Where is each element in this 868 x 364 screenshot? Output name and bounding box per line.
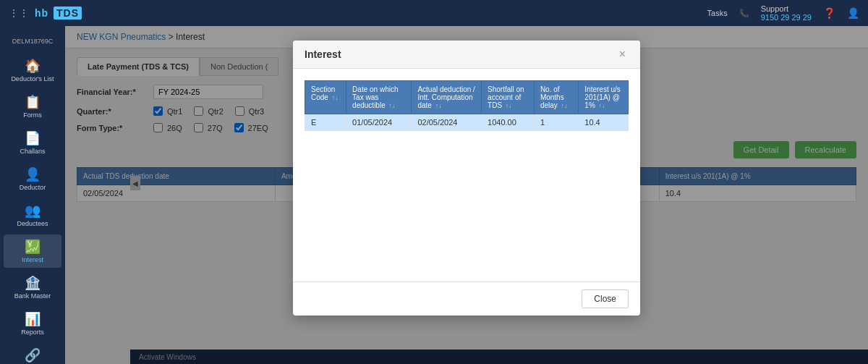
sort-icon: ↑↓ [388, 102, 395, 109]
challans-icon: 📄 [25, 130, 41, 146]
sidebar-item-traces[interactable]: 🔗 TRACES Links [4, 343, 61, 364]
support-label: Support 9150 29 29 29 [761, 4, 812, 22]
bank-icon: 🏦 [25, 275, 41, 291]
traces-icon: 🔗 [25, 347, 41, 363]
sidebar-label: Bank Master [14, 292, 51, 300]
modal-title: Interest [305, 48, 341, 60]
sidebar-label: Challans [20, 148, 45, 155]
sidebar-label: Forms [23, 111, 42, 119]
interest-modal: Interest × Section Code ↑↓ [293, 41, 640, 316]
modal-close-btn[interactable]: Close [582, 289, 629, 308]
sidebar-item-bank-master[interactable]: 🏦 Bank Master [4, 271, 61, 304]
sidebar-item-deductor[interactable]: 👤 Deductor [4, 162, 61, 195]
sidebar-label: Interest [22, 256, 43, 263]
content-area: NEW KGN Pneumatics > Interest Late Payme… [65, 26, 868, 364]
modal-cell-interest: 10.4 [579, 114, 629, 131]
user-icon[interactable]: 👤 [847, 7, 859, 19]
grid-icon[interactable]: ⋮⋮ [9, 7, 29, 19]
modal-table: Section Code ↑↓ Date on which Tax was de… [305, 80, 629, 131]
sidebar-item-forms[interactable]: 📋 Forms [4, 90, 61, 123]
forms-icon: 📋 [25, 94, 41, 110]
col-actual-label: Actual deduction / Intt. Computation dat… [417, 85, 475, 109]
sidebar-label: Reports [21, 329, 44, 336]
modal-cell-date-tax: 01/05/2024 [346, 114, 412, 131]
reports-icon: 📊 [25, 311, 41, 327]
nav-left: ⋮⋮ hb TDS [9, 7, 82, 19]
sidebar-label: Deductor's List [11, 75, 54, 82]
modal-close-button[interactable]: × [616, 48, 629, 61]
modal-footer: Close [293, 282, 640, 316]
modal-cell-section: E [305, 114, 346, 131]
modal-cell-actual: 02/05/2024 [412, 114, 482, 131]
user-id: DELM18769C [12, 38, 54, 45]
modal-col-actual: Actual deduction / Intt. Computation dat… [412, 81, 482, 114]
modal-header: Interest × [293, 41, 640, 69]
modal-table-row: E 01/05/2024 02/05/2024 1040.00 1 10.4 [305, 114, 629, 131]
sidebar-item-deductees[interactable]: 👥 Deductees [4, 198, 61, 232]
phone-icon: 📞 [739, 9, 749, 18]
sort-icon: ↑↓ [332, 94, 339, 101]
modal-backdrop: Interest × Section Code ↑↓ [65, 26, 868, 364]
modal-cell-shortfall: 1040.00 [482, 114, 535, 131]
sidebar-item-interest[interactable]: 💹 Interest [4, 234, 61, 268]
nav-right: Tasks 📞 Support 9150 29 29 29 ❓ 👤 [707, 4, 859, 22]
modal-body: Section Code ↑↓ Date on which Tax was de… [293, 69, 640, 282]
top-navigation: ⋮⋮ hb TDS Tasks 📞 Support 9150 29 29 29 … [0, 0, 868, 26]
modal-col-date-tax: Date on which Tax was deductible ↑↓ [346, 81, 412, 114]
sidebar-item-reports[interactable]: 📊 Reports [4, 307, 61, 340]
sidebar-item-deductors-list[interactable]: 🏠 Deductor's List [4, 54, 61, 87]
sidebar-label: Deductor [20, 184, 46, 191]
main-layout: DELM18769C 🏠 Deductor's List 📋 Forms 📄 C… [0, 26, 868, 364]
sort-icon: ↑↓ [435, 102, 442, 109]
home-icon: 🏠 [25, 58, 41, 74]
app-logo: hb TDS [35, 7, 82, 19]
sort-icon: ↑↓ [599, 102, 605, 109]
tasks-link[interactable]: Tasks [707, 9, 728, 17]
deductor-icon: 👤 [25, 166, 41, 182]
modal-cell-months: 1 [534, 114, 578, 131]
modal-col-interest: Interest u/s 201(1A) @ 1% ↑↓ [579, 81, 629, 114]
sidebar-item-challans[interactable]: 📄 Challans [4, 126, 61, 159]
sidebar: DELM18769C 🏠 Deductor's List 📋 Forms 📄 C… [0, 26, 65, 364]
sort-icon: ↑↓ [561, 102, 568, 109]
interest-icon: 💹 [25, 239, 41, 255]
col-months-label: No. of Months delay [540, 85, 564, 109]
modal-col-shortfall: Shortfall on account of TDS ↑↓ [482, 81, 535, 114]
sort-icon: ↑↓ [506, 102, 512, 109]
modal-col-months: No. of Months delay ↑↓ [534, 81, 578, 114]
sidebar-label: Deductees [17, 220, 48, 227]
help-icon[interactable]: ❓ [823, 7, 835, 19]
deductees-icon: 👥 [25, 203, 41, 219]
modal-col-section: Section Code ↑↓ [305, 81, 346, 114]
